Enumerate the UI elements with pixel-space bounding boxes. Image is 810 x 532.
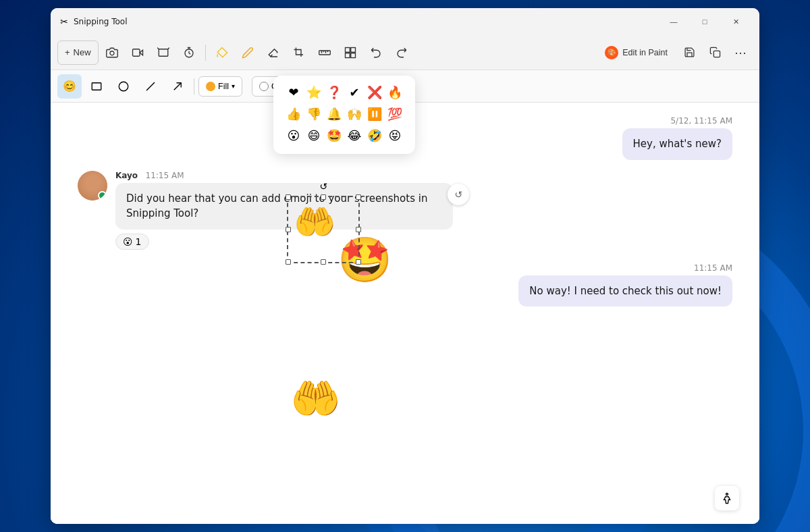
sticker-love-face: 🤩 — [338, 234, 392, 286]
emoji-draw-button[interactable]: 😊 — [57, 74, 82, 99]
video-tool-button[interactable] — [126, 41, 150, 65]
save-button[interactable] — [677, 41, 701, 65]
svg-rect-19 — [92, 82, 101, 90]
emoji-check[interactable]: ✔️ — [345, 82, 364, 101]
undo-button[interactable] — [364, 41, 388, 65]
crop-button[interactable] — [287, 41, 311, 65]
kayo-name: Kayo — [115, 171, 138, 180]
refresh-button[interactable]: ↺ — [448, 184, 469, 205]
emoji-question[interactable]: ❓ — [325, 82, 344, 101]
message-2-text: Did you hear that you can add emoji to y… — [126, 192, 427, 220]
svg-rect-17 — [350, 53, 355, 57]
maximize-button[interactable]: □ — [689, 11, 720, 32]
svg-rect-1 — [132, 49, 140, 56]
emoji-rofl[interactable]: 🤣 — [365, 126, 384, 144]
svg-rect-9 — [319, 51, 330, 55]
accessibility-button[interactable] — [715, 486, 739, 510]
screenshot-content: 5/12, 11:15 AM Hey, what's new? Kayo 11:… — [51, 103, 759, 524]
emoji-bell[interactable]: 🔔 — [325, 104, 344, 123]
main-toolbar: + New — [51, 35, 759, 70]
emoji-row-2: 👍 👎 🔔 🙌 ⏸️ 💯 — [280, 104, 408, 123]
emoji-fire[interactable]: 🔥 — [385, 82, 404, 101]
transform-button[interactable] — [338, 41, 362, 65]
rect-draw-button[interactable] — [84, 74, 109, 99]
emoji-pause[interactable]: ⏸️ — [365, 104, 384, 123]
reaction-count: 1 — [136, 236, 142, 247]
draw-sep — [194, 78, 194, 95]
crop-icon — [293, 47, 305, 59]
circle-draw-button[interactable] — [111, 74, 136, 99]
emoji-row-1: ❤️ ⭐ ❓ ✔️ ❌ 🔥 — [280, 82, 408, 101]
arrow-draw-button[interactable] — [165, 74, 190, 99]
svg-rect-15 — [350, 47, 355, 52]
ruler-button[interactable] — [313, 41, 337, 65]
svg-rect-18 — [713, 51, 720, 57]
line-draw-button[interactable] — [138, 74, 163, 99]
svg-point-23 — [726, 494, 728, 496]
emoji-draw-icon: 😊 — [63, 80, 76, 92]
message-3-bubble: No way! I need to check this out now! — [518, 275, 732, 307]
snipping-tool-window: ✂ Snipping Tool — □ ✕ + New — [51, 8, 759, 524]
arrow-draw-icon — [171, 80, 184, 92]
emoji-tongue[interactable]: 😝 — [385, 126, 404, 144]
canvas-content: 5/12, 11:15 AM Hey, what's new? Kayo 11:… — [51, 103, 759, 524]
minimize-button[interactable]: — — [658, 11, 689, 32]
redo-button[interactable] — [389, 41, 414, 65]
redo-icon — [396, 47, 408, 59]
fill-label: Fill — [218, 82, 229, 91]
fill-color — [206, 82, 215, 91]
titlebar: ✂ Snipping Tool — □ ✕ — [51, 8, 759, 35]
emoji-100[interactable]: 💯 — [385, 104, 404, 123]
emoji-x[interactable]: ❌ — [365, 82, 384, 101]
edit-in-paint-button[interactable]: 🎨 Edit in Paint — [597, 42, 676, 63]
fill-button[interactable]: Fill ▾ — [198, 76, 242, 97]
new-label: New — [74, 47, 91, 57]
emoji-grin[interactable]: 😄 — [304, 126, 323, 144]
camera-tool-button[interactable] — [100, 41, 124, 65]
emoji-thumbsdown[interactable]: 👎 — [304, 104, 323, 123]
marker-icon — [242, 47, 254, 59]
close-button[interactable]: ✕ — [720, 11, 751, 32]
emoji-shocked[interactable]: 😮 — [284, 126, 303, 144]
copy-button[interactable] — [703, 41, 727, 65]
emoji-laugh[interactable]: 😂 — [345, 126, 364, 144]
message-2-bubble: Did you hear that you can add emoji to y… — [115, 183, 453, 230]
paint-icon: 🎨 — [605, 46, 618, 59]
svg-line-5 — [167, 47, 169, 49]
emoji-starstruck[interactable]: 🤩 — [325, 126, 344, 144]
highlighter-icon — [216, 47, 228, 59]
more-options-button[interactable]: ⋯ — [728, 41, 753, 65]
timer-tool-button[interactable] — [177, 41, 201, 65]
accessibility-icon — [721, 492, 733, 504]
svg-marker-2 — [140, 50, 143, 55]
message-2-content: Kayo 11:15 AM Did you hear that you can … — [115, 171, 453, 250]
plus-icon: + — [65, 47, 70, 57]
online-indicator — [98, 191, 107, 200]
message-3-container: 11:15 AM No way! I need to check this ou… — [78, 263, 732, 307]
eraser-icon — [267, 47, 279, 59]
new-button[interactable]: + New — [57, 41, 99, 65]
highlighter-button[interactable] — [210, 41, 234, 65]
circle-draw-icon — [117, 80, 130, 92]
emoji-thumbsup[interactable]: 👍 — [284, 104, 303, 123]
timer-icon — [183, 47, 195, 59]
reaction-badge: 😮 1 — [115, 234, 149, 250]
toolbar-sep-1 — [205, 45, 206, 61]
eraser-button[interactable] — [261, 41, 286, 65]
emoji-row-3: 😮 😄 🤩 😂 🤣 😝 — [280, 126, 408, 144]
sticker-clapping-top: 🤲 — [294, 203, 335, 242]
message-1-time: 5/12, 11:15 AM — [670, 116, 732, 126]
window-title: Snipping Tool — [74, 17, 658, 26]
svg-point-20 — [119, 82, 128, 91]
svg-line-22 — [174, 82, 182, 90]
emoji-star[interactable]: ⭐ — [304, 82, 323, 101]
rect-draw-icon — [90, 80, 103, 92]
rectangle-tool-button[interactable] — [151, 41, 176, 65]
video-icon — [132, 47, 144, 59]
app-icon: ✂ — [59, 16, 70, 27]
emoji-clapping[interactable]: 🙌 — [345, 104, 364, 123]
emoji-heart[interactable]: ❤️ — [284, 82, 303, 101]
svg-rect-16 — [345, 53, 350, 57]
message-1-text: Hey, what's new? — [633, 138, 722, 150]
marker-button[interactable] — [236, 41, 260, 65]
